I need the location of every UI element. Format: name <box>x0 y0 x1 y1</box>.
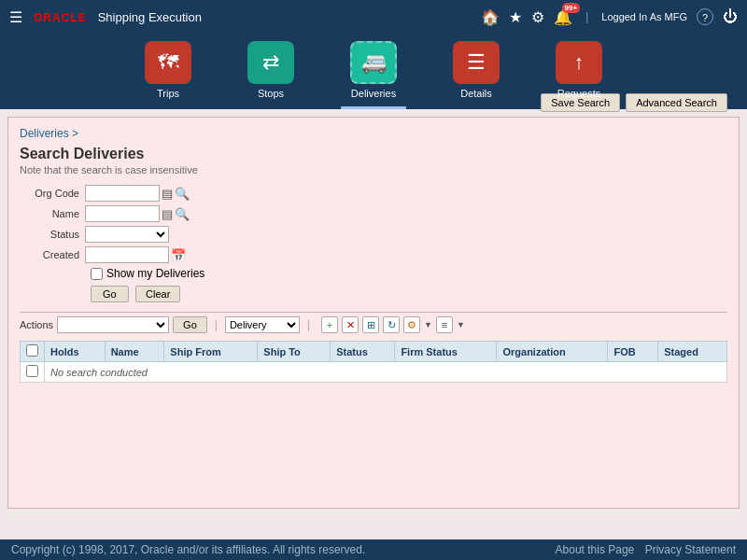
requests-label: Requests <box>557 88 600 99</box>
refresh-icon[interactable]: ↻ <box>383 316 400 333</box>
power-icon[interactable]: ⏻ <box>723 8 738 25</box>
app-title: Shipping Execution <box>98 10 202 24</box>
name-label: Name <box>20 208 85 219</box>
breadcrumb-deliveries-link[interactable]: Deliveries > <box>20 127 78 140</box>
no-results-cell: No search conducted <box>45 362 727 383</box>
more-dropdown-arrow[interactable]: ▼ <box>457 320 465 329</box>
nav-item-requests[interactable]: ↑ Requests <box>546 41 612 109</box>
stops-icon-box: ⇄ <box>247 41 294 84</box>
actions-divider-2: | <box>307 318 310 331</box>
col-firm-status: Firm Status <box>395 342 497 362</box>
requests-icon-box: ↑ <box>556 41 602 84</box>
page-title: Search Deliveries <box>20 146 727 162</box>
name-row: Name ▤ 🔍 <box>20 205 727 222</box>
search-clear-button[interactable]: Clear <box>135 286 180 302</box>
show-my-deliveries-checkbox[interactable] <box>91 268 103 280</box>
deliveries-label: Deliveries <box>351 88 396 99</box>
breadcrumb: Deliveries > <box>20 127 727 140</box>
org-code-label: Org Code <box>20 188 85 199</box>
actions-go-button[interactable]: Go <box>173 316 207 333</box>
col-ship-from: Ship From <box>164 342 258 362</box>
stops-label: Stops <box>258 88 284 99</box>
name-input-group: ▤ 🔍 <box>85 205 190 222</box>
favorites-icon[interactable]: ★ <box>509 8 522 26</box>
col-fob: FOB <box>608 342 658 362</box>
trips-label: Trips <box>157 88 179 99</box>
col-ship-to: Ship To <box>258 342 331 362</box>
nav-item-deliveries[interactable]: 🚐 Deliveries <box>341 41 406 109</box>
row-checkbox-cell <box>21 362 45 383</box>
footer: Copyright (c) 1998, 2017, Oracle and/or … <box>0 539 747 560</box>
user-info: Logged In As MFG <box>601 11 687 22</box>
created-row: Created 📅 <box>20 246 727 263</box>
select-all-checkbox[interactable] <box>26 344 38 357</box>
created-label: Created <box>20 249 85 260</box>
org-code-input-group: ▤ 🔍 <box>85 185 190 202</box>
delivery-type-select[interactable]: Delivery <box>225 316 300 333</box>
col-status: Status <box>331 342 395 362</box>
name-list-icon[interactable]: ▤ <box>162 207 173 221</box>
status-select[interactable]: Open Closed <box>85 226 169 243</box>
privacy-statement-link[interactable]: Privacy Statement <box>645 543 736 556</box>
hamburger-icon[interactable]: ☰ <box>9 8 22 26</box>
actions-divider: | <box>215 318 218 331</box>
footer-links: About this Page Privacy Statement <box>548 543 736 556</box>
name-input[interactable] <box>85 205 160 222</box>
search-note: Note that the search is case insensitive <box>20 164 727 175</box>
show-my-deliveries-row: Show my Deliveries <box>91 267 727 280</box>
details-label: Details <box>460 88 492 99</box>
main-content: Save Search Advanced Search Deliveries >… <box>7 117 740 509</box>
name-search-icon[interactable]: 🔍 <box>175 207 190 221</box>
details-icon-box: ☰ <box>453 41 500 84</box>
add-icon[interactable]: + <box>321 316 338 333</box>
table-row: No search conducted <box>21 362 727 383</box>
more-icon[interactable]: ≡ <box>436 316 453 333</box>
status-label: Status <box>20 229 85 240</box>
created-input[interactable] <box>85 246 169 263</box>
actions-bar: Actions Go | Delivery | + ✕ ⊞ ↻ ⚙ ▼ ≡ ▼ <box>20 312 727 337</box>
nav-item-stops[interactable]: ⇄ Stops <box>238 41 303 109</box>
top-navigation: ☰ ORACLE Shipping Execution 🏠 ★ ⚙ 🔔 99+ … <box>0 0 747 34</box>
org-code-list-icon[interactable]: ▤ <box>162 187 173 201</box>
action-icon-group: + ✕ ⊞ ↻ ⚙ ▼ ≡ ▼ <box>321 316 465 333</box>
col-name: Name <box>105 342 164 362</box>
col-holds: Holds <box>45 342 106 362</box>
copyright-text: Copyright (c) 1998, 2017, Oracle and/or … <box>11 543 365 556</box>
delete-icon[interactable]: ✕ <box>342 316 359 333</box>
search-form: Org Code ▤ 🔍 Name ▤ 🔍 Status Open Closed <box>20 185 727 302</box>
about-page-link[interactable]: About this Page <box>556 543 635 556</box>
col-organization: Organization <box>497 342 608 362</box>
form-buttons-group: Go Clear <box>91 286 727 302</box>
org-code-search-icon[interactable]: 🔍 <box>175 187 190 201</box>
search-go-button[interactable]: Go <box>91 286 129 302</box>
actions-select[interactable] <box>57 316 169 333</box>
col-checkbox <box>21 342 45 362</box>
settings-icon[interactable]: ⚙ <box>403 316 420 333</box>
bell-icon[interactable]: 🔔 99+ <box>554 8 572 26</box>
org-code-row: Org Code ▤ 🔍 <box>20 185 727 202</box>
created-calendar-icon[interactable]: 📅 <box>171 248 186 262</box>
gear-icon[interactable]: ⚙ <box>531 8 544 26</box>
oracle-logo: ORACLE <box>34 10 87 24</box>
nav-divider: | <box>585 10 588 23</box>
table-header-row: Holds Name Ship From Ship To Status Firm… <box>21 342 727 362</box>
row-checkbox[interactable] <box>26 365 38 377</box>
notification-badge: 99+ <box>562 3 581 13</box>
actions-label: Actions <box>20 319 53 330</box>
settings-dropdown-arrow[interactable]: ▼ <box>424 320 432 329</box>
trips-icon-box: 🗺 <box>145 41 191 84</box>
view-icon[interactable]: ⊞ <box>362 316 379 333</box>
no-search-text: No search conducted <box>50 367 148 378</box>
help-icon[interactable]: ? <box>697 8 713 25</box>
results-table: Holds Name Ship From Ship To Status Firm… <box>20 341 727 383</box>
nav-item-details[interactable]: ☰ Details <box>444 41 509 109</box>
advanced-search-button[interactable]: Advanced Search <box>626 93 727 112</box>
org-code-input[interactable] <box>85 185 160 202</box>
deliveries-icon-box: 🚐 <box>350 41 397 84</box>
home-icon[interactable]: 🏠 <box>481 8 500 26</box>
status-row: Status Open Closed <box>20 226 727 243</box>
show-my-deliveries-label: Show my Deliveries <box>106 267 204 280</box>
nav-icon-group: 🏠 ★ ⚙ 🔔 99+ | Logged In As MFG ? ⏻ <box>481 8 738 26</box>
nav-item-trips[interactable]: 🗺 Trips <box>135 41 201 109</box>
col-staged: Staged <box>658 342 727 362</box>
